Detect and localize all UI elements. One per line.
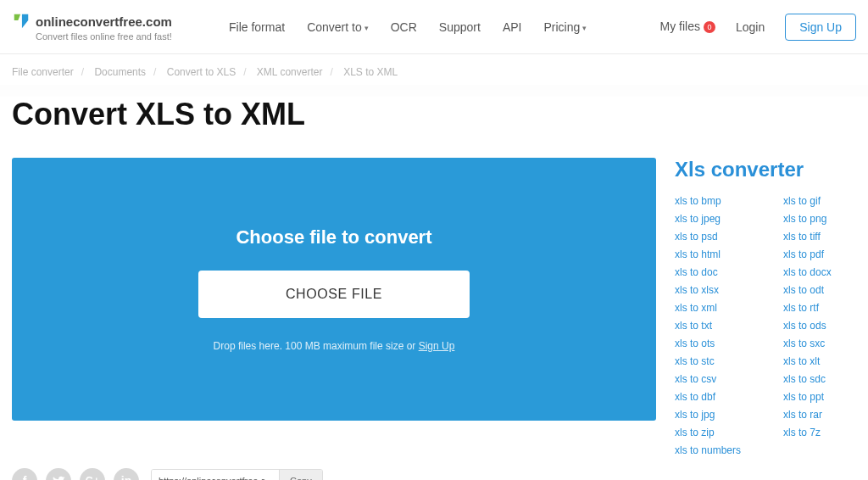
google-plus-icon[interactable]: G+ bbox=[80, 468, 105, 480]
converter-link[interactable]: xls to bmp bbox=[675, 195, 741, 207]
page-content: Convert XLS to XML Choose file to conver… bbox=[0, 97, 868, 480]
copy-button[interactable]: Copy bbox=[279, 470, 322, 480]
converter-link[interactable]: xls to jpeg bbox=[675, 213, 741, 225]
converter-link[interactable]: xls to doc bbox=[675, 266, 741, 278]
converter-link[interactable]: xls to png bbox=[783, 213, 832, 225]
header-right: My files0 Login Sign Up bbox=[659, 14, 856, 41]
share-url-input[interactable] bbox=[152, 470, 279, 480]
crumb-documents[interactable]: Documents bbox=[94, 66, 146, 78]
converter-link[interactable]: xls to xlsx bbox=[675, 284, 741, 296]
converter-link[interactable]: xls to txt bbox=[675, 320, 741, 332]
dropzone-subtext: Drop files here. 100 MB maximum file siz… bbox=[214, 340, 455, 352]
dropzone-signup-link[interactable]: Sign Up bbox=[419, 340, 455, 352]
converter-link[interactable]: xls to stc bbox=[675, 355, 741, 367]
brand-tagline: Convert files online free and fast! bbox=[36, 31, 207, 42]
nav-convert-to[interactable]: Convert to▾ bbox=[307, 20, 369, 34]
main-nav: File format Convert to▾ OCR Support API … bbox=[229, 20, 587, 34]
converter-link[interactable]: xls to csv bbox=[675, 373, 741, 385]
logo-icon bbox=[12, 12, 31, 31]
crumb-xml-converter[interactable]: XML converter bbox=[257, 66, 323, 78]
converter-column-1: xls to bmpxls to jpegxls to psdxls to ht… bbox=[675, 195, 741, 456]
converter-link[interactable]: xls to xml bbox=[675, 302, 741, 314]
my-files-count-badge: 0 bbox=[704, 21, 715, 33]
sidebar-converter-list: Xls converter xls to bmpxls to jpegxls t… bbox=[675, 158, 856, 456]
linkedin-icon[interactable]: in bbox=[114, 468, 139, 480]
crumb-current: XLS to XML bbox=[343, 66, 398, 78]
twitter-icon[interactable] bbox=[46, 468, 71, 480]
converter-link[interactable]: xls to jpg bbox=[675, 409, 741, 421]
nav-ocr[interactable]: OCR bbox=[391, 20, 417, 34]
header: onlineconvertfree.com Convert files onli… bbox=[0, 0, 868, 54]
converter-link[interactable]: xls to psd bbox=[675, 231, 741, 243]
converter-link[interactable]: xls to tiff bbox=[783, 231, 832, 243]
dropzone-sub-prefix: Drop files here. 100 MB maximum file siz… bbox=[214, 340, 419, 352]
brand-name: onlineconvertfree.com bbox=[36, 14, 172, 29]
converter-link[interactable]: xls to odt bbox=[783, 284, 832, 296]
converter-link[interactable]: xls to dbf bbox=[675, 391, 741, 403]
converter-link[interactable]: xls to html bbox=[675, 248, 741, 260]
converter-link[interactable]: xls to sxc bbox=[783, 338, 832, 349]
converter-column-2: xls to gifxls to pngxls to tiffxls to pd… bbox=[783, 195, 832, 456]
crumb-convert-to-xls[interactable]: Convert to XLS bbox=[167, 66, 236, 78]
converter-link[interactable]: xls to gif bbox=[783, 195, 832, 207]
signup-button[interactable]: Sign Up bbox=[785, 14, 856, 41]
nav-api[interactable]: API bbox=[503, 20, 522, 34]
nav-file-format[interactable]: File format bbox=[229, 20, 285, 34]
facebook-icon[interactable]: f bbox=[12, 468, 37, 480]
login-link[interactable]: Login bbox=[736, 20, 765, 34]
page-title: Convert XLS to XML bbox=[12, 97, 856, 132]
chevron-down-icon: ▾ bbox=[364, 24, 369, 32]
converter-link[interactable]: xls to zip bbox=[675, 427, 741, 438]
brand[interactable]: onlineconvertfree.com Convert files onli… bbox=[12, 12, 207, 42]
dropzone-heading: Choose file to convert bbox=[236, 226, 431, 248]
converter-link[interactable]: xls to ods bbox=[783, 320, 832, 332]
share-row: f G+ in Copy bbox=[12, 468, 856, 480]
crumb-file-converter[interactable]: File converter bbox=[12, 66, 74, 78]
nav-pricing[interactable]: Pricing▾ bbox=[543, 20, 587, 34]
converter-link[interactable]: xls to 7z bbox=[783, 427, 832, 438]
converter-link[interactable]: xls to pdf bbox=[783, 248, 832, 260]
converter-link[interactable]: xls to xlt bbox=[783, 355, 832, 367]
converter-link[interactable]: xls to ots bbox=[675, 338, 741, 349]
nav-support[interactable]: Support bbox=[439, 20, 481, 34]
nav-pricing-label: Pricing bbox=[543, 20, 580, 34]
nav-convert-to-label: Convert to bbox=[307, 20, 362, 34]
converter-link[interactable]: xls to rtf bbox=[783, 302, 832, 314]
sidebar-title: Xls converter bbox=[675, 158, 856, 181]
share-url-copy: Copy bbox=[151, 469, 323, 480]
converter-link[interactable]: xls to sdc bbox=[783, 373, 832, 385]
converter-link[interactable]: xls to numbers bbox=[675, 444, 741, 456]
my-files-label: My files bbox=[659, 20, 699, 33]
breadcrumb: File converter/ Documents/ Convert to XL… bbox=[0, 54, 868, 85]
converter-link[interactable]: xls to rar bbox=[783, 409, 832, 421]
converter-link[interactable]: xls to ppt bbox=[783, 391, 832, 403]
upload-dropzone[interactable]: Choose file to convert CHOOSE FILE Drop … bbox=[12, 158, 656, 421]
chevron-down-icon: ▾ bbox=[582, 24, 587, 32]
choose-file-button[interactable]: CHOOSE FILE bbox=[198, 271, 470, 318]
converter-link[interactable]: xls to docx bbox=[783, 266, 832, 278]
my-files-link[interactable]: My files0 bbox=[659, 20, 715, 34]
